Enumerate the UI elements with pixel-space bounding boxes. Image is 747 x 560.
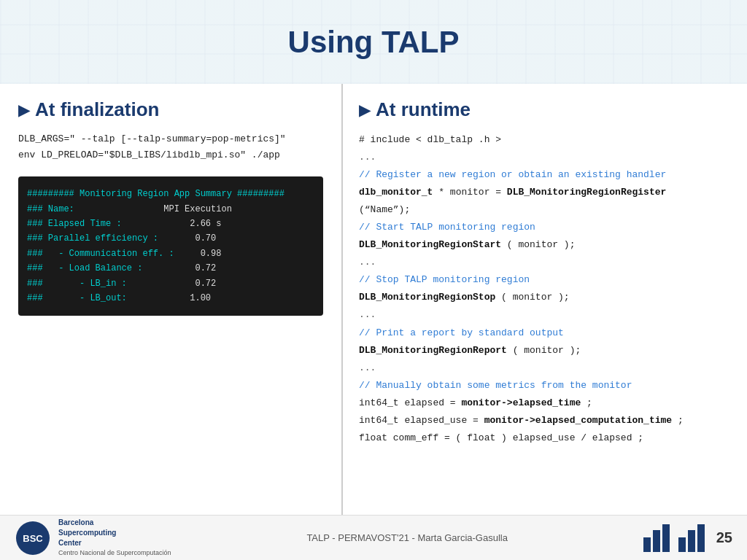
code-elapsed-use-line: int64_t elapsed_use = monitor->elapsed_c…: [359, 412, 731, 429]
terminal-text: 1.00: [127, 291, 211, 306]
terminal-output: ######### Monitoring Region App Summary …: [18, 176, 323, 316]
code-text: int64_t elapsed =: [359, 397, 461, 408]
right-heading: At runtime: [359, 98, 731, 121]
page-number: 25: [716, 529, 732, 546]
terminal-text: 0.72: [127, 276, 216, 291]
code-dots-2: ...: [359, 254, 731, 271]
terminal-line-8: ### - LB_out: 1.00: [27, 291, 314, 306]
bsc-name-line3: Center: [58, 538, 171, 548]
code-dots-1: ...: [359, 149, 731, 166]
bsc-logo: BSC: [15, 520, 51, 556]
code-text: ( monitor );: [501, 292, 570, 303]
code-comment-report: // Print a report by standard output: [359, 324, 731, 342]
code-report-line: DLB_MonitoringRegionReport ( monitor );: [359, 342, 731, 359]
code-line-2: env LD_PRELOAD="$DLB_LIBS/libdlb_mpi.so"…: [18, 147, 323, 163]
footer-right: 25: [643, 524, 732, 552]
code-text: monitor->elapsed_time: [461, 397, 581, 408]
terminal-text: ### - LB_in :: [27, 276, 127, 291]
slide-title: Using TALP: [288, 25, 460, 60]
bsc-name-line4: Centro Nacional de Supercomputación: [58, 548, 171, 558]
terminal-line-6: ### - Load Balance : 0.72: [27, 261, 314, 276]
bsc-logo-svg: BSC: [15, 520, 51, 556]
mn-bar-5: [688, 530, 695, 552]
code-comment-register: // Register a new region or obtain an ex…: [359, 166, 731, 184]
terminal-line-2: ### Name: MPI Execution: [27, 202, 314, 217]
code-elapsed-line: int64_t elapsed = monitor->elapsed_time …: [359, 394, 731, 412]
mn-bar-2: [653, 530, 660, 552]
footer-center-text: TALP - PERMAVOST'21 - Marta Garcia-Gasul…: [306, 532, 508, 543]
code-text: // Start TALP monitoring region: [359, 222, 535, 233]
code-name-line: (“Name”);: [359, 201, 731, 219]
code-comm-eff-line: float comm_eff = ( float ) elapsed_use /…: [359, 429, 731, 447]
code-text: dlb_monitor_t: [359, 187, 433, 198]
code-text: ...: [359, 257, 376, 268]
terminal-text: ### Parallel efficiency :: [27, 231, 158, 246]
code-text: ...: [359, 362, 376, 373]
terminal-text: ### - Communication eff. :: [27, 246, 174, 261]
code-text: DLB_MonitoringRegionRegister: [507, 187, 666, 198]
terminal-text: 0.70: [158, 231, 216, 246]
code-dots-4: ...: [359, 359, 731, 377]
finalization-code: DLB_ARGS=" --talp [--talp-summary=pop-me…: [18, 131, 323, 163]
code-text: ( monitor );: [507, 239, 576, 250]
code-text: DLB_MonitoringRegionStart: [359, 239, 501, 250]
terminal-text: ### - Load Balance :: [27, 261, 142, 276]
code-text: ( monitor );: [513, 345, 581, 356]
terminal-line-5: ### - Communication eff. : 0.98: [27, 246, 314, 261]
slide-footer: BSC Barcelona Supercomputing Center Cent…: [0, 515, 747, 560]
terminal-line-7: ### - LB_in : 0.72: [27, 276, 314, 291]
slide: Using TALP At finalization DLB_ARGS=" --…: [0, 0, 747, 560]
bsc-text-block: Barcelona Supercomputing Center Centro N…: [58, 518, 171, 558]
terminal-text: ### - LB_out:: [27, 291, 127, 306]
bsc-name-line2: Supercomputing: [58, 528, 171, 538]
svg-text:BSC: BSC: [23, 533, 43, 544]
footer-logo: BSC Barcelona Supercomputing Center Cent…: [15, 518, 171, 558]
code-register-line: dlb_monitor_t * monitor = DLB_Monitoring…: [359, 184, 731, 201]
mn-bar-1: [643, 537, 651, 552]
terminal-text: MPI Execution: [74, 202, 232, 217]
code-text: int64_t elapsed_use =: [359, 415, 479, 426]
code-comment-stop: // Stop TALP monitoring region: [359, 271, 731, 289]
code-text: // Print a report by standard output: [359, 327, 564, 338]
runtime-code: # include < dlb_talp .h > ... // Registe…: [359, 131, 731, 447]
mn-bar-3: [662, 524, 670, 552]
code-text: float comm_eff = ( float ) elapsed_use /…: [359, 432, 643, 443]
slide-header: Using TALP: [0, 0, 747, 84]
terminal-text: ### Name:: [27, 202, 74, 217]
code-text: ...: [359, 152, 376, 163]
code-comment-metrics: // Manually obtain some metrics from the…: [359, 377, 731, 394]
code-line-1: DLB_ARGS=" --talp [--talp-summary=pop-me…: [18, 131, 323, 147]
right-column: At runtime # include < dlb_talp .h > ...…: [343, 84, 747, 515]
code-text: DLB_MonitoringRegionReport: [359, 345, 507, 356]
terminal-text: 2.66 s: [122, 217, 222, 231]
code-text: ...: [359, 309, 376, 320]
left-column: At finalization DLB_ARGS=" --talp [--tal…: [0, 84, 343, 515]
terminal-text: ######### Monitoring Region App Summary …: [27, 187, 285, 201]
code-text: // Stop TALP monitoring region: [359, 274, 530, 285]
code-comment-start: // Start TALP monitoring region: [359, 219, 731, 236]
code-text: * monitor =: [438, 187, 507, 198]
code-text: // Register a new region or obtain an ex…: [359, 169, 666, 180]
code-text: ;: [587, 397, 592, 408]
code-dots-3: ...: [359, 306, 731, 324]
code-text: # include < dlb_talp .h >: [359, 134, 501, 145]
mn-logo: [643, 524, 705, 552]
code-text: monitor->elapsed_computation_time: [484, 415, 672, 426]
terminal-text: 0.98: [174, 246, 222, 261]
code-text: ;: [678, 415, 684, 426]
content-area: At finalization DLB_ARGS=" --talp [--tal…: [0, 84, 747, 515]
terminal-line-4: ### Parallel efficiency : 0.70: [27, 231, 314, 246]
mn-bar-6: [697, 524, 705, 552]
code-text: // Manually obtain some metrics from the…: [359, 380, 632, 391]
terminal-text: ### Elapsed Time :: [27, 217, 122, 231]
left-heading: At finalization: [18, 98, 323, 121]
code-include: # include < dlb_talp .h >: [359, 131, 731, 149]
code-text: (“Name”);: [359, 204, 410, 215]
mn-bar-4: [678, 537, 686, 552]
code-stop-line: DLB_MonitoringRegionStop ( monitor );: [359, 289, 731, 306]
code-text: DLB_MonitoringRegionStop: [359, 292, 495, 303]
code-start-line: DLB_MonitoringRegionStart ( monitor );: [359, 236, 731, 254]
terminal-line-3: ### Elapsed Time : 2.66 s: [27, 217, 314, 231]
bsc-name-line1: Barcelona: [58, 518, 171, 528]
terminal-line-1: ######### Monitoring Region App Summary …: [27, 187, 314, 201]
